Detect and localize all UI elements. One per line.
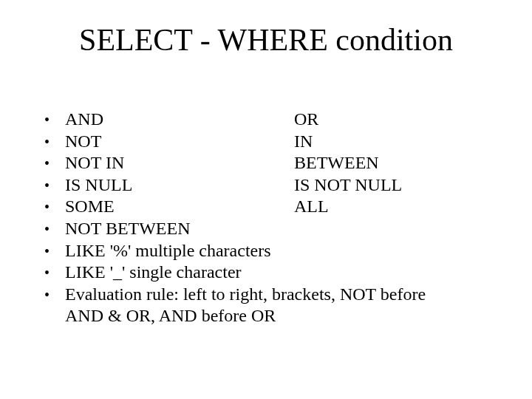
slide-body: • AND OR • NOT IN • NOT IN BETWEEN • IS … [44, 109, 488, 327]
item-text: LIKE '%' multiple characters [65, 241, 488, 262]
bullet-icon: • [44, 262, 65, 284]
item-text: Evaluation rule: left to right, brackets… [65, 284, 488, 305]
list-item: • LIKE '%' multiple characters [44, 241, 488, 263]
item-left: NOT IN [65, 153, 294, 174]
list-item: • LIKE '_' single character [44, 262, 488, 284]
slide-title: SELECT - WHERE condition [44, 22, 488, 58]
list-item: • IS NULL IS NOT NULL [44, 175, 488, 197]
bullet-icon: • [44, 284, 65, 307]
item-right: IN [294, 132, 488, 152]
item-right: OR [294, 109, 488, 130]
item-left: NOT [65, 132, 294, 152]
item-right: ALL [294, 197, 488, 217]
list-item: • Evaluation rule: left to right, bracke… [44, 284, 488, 307]
item-left: AND [65, 109, 294, 130]
bullet-icon: • [44, 241, 65, 263]
bullet-icon: • [44, 219, 65, 241]
item-right: BETWEEN [294, 153, 488, 174]
item-text: AND & OR, AND before OR [65, 306, 488, 327]
list-item: • SOME ALL [44, 197, 488, 219]
item-text: NOT BETWEEN [65, 219, 488, 239]
list-item: • NOT BETWEEN [44, 219, 488, 241]
list-item: • AND OR [44, 109, 488, 132]
bullet-icon: • [44, 175, 65, 197]
list-item: • NOT IN [44, 132, 488, 154]
item-left: SOME [65, 197, 294, 217]
bullet-icon: • [44, 197, 65, 219]
list-item-continuation: AND & OR, AND before OR [44, 306, 488, 327]
item-right: IS NOT NULL [294, 175, 488, 196]
bullet-icon: • [44, 132, 65, 154]
item-left: IS NULL [65, 175, 294, 196]
item-text: LIKE '_' single character [65, 262, 488, 283]
list-item: • NOT IN BETWEEN [44, 153, 488, 175]
bullet-icon: • [44, 109, 65, 132]
bullet-icon: • [44, 153, 65, 175]
